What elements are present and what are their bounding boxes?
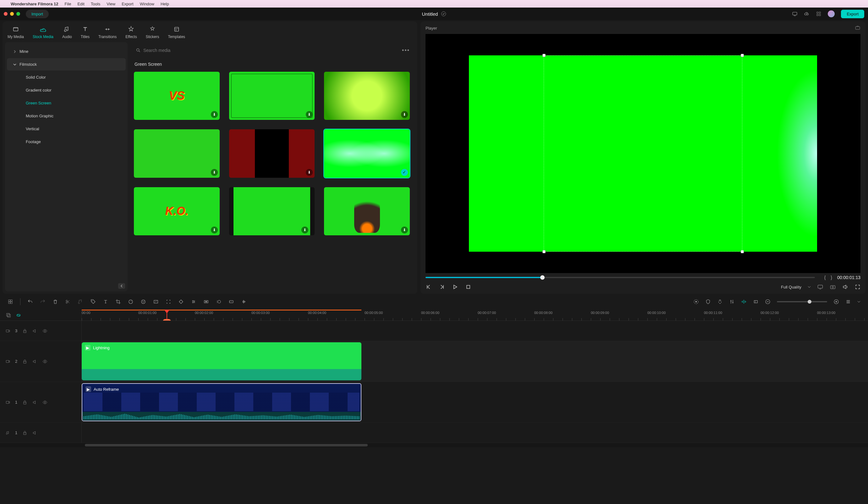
- more-options-button[interactable]: •••: [402, 47, 410, 54]
- shield-icon[interactable]: [705, 299, 711, 304]
- download-icon[interactable]: ⬇: [306, 169, 313, 176]
- mute-icon[interactable]: [32, 329, 38, 333]
- display-icon[interactable]: [792, 11, 798, 17]
- audio-waveform-icon[interactable]: [241, 299, 247, 304]
- volume-icon[interactable]: [842, 284, 848, 290]
- mask-tool-icon[interactable]: [203, 299, 209, 304]
- sidebar-collapse-button[interactable]: [118, 283, 125, 289]
- user-avatar[interactable]: [828, 10, 835, 17]
- player-viewport[interactable]: [425, 34, 860, 273]
- track-size-icon[interactable]: [845, 299, 851, 304]
- sidebar-mine[interactable]: Mine: [7, 45, 126, 58]
- media-thumb[interactable]: ⬇: [229, 72, 315, 120]
- sidebar-vertical[interactable]: Vertical: [7, 123, 126, 135]
- player-progress[interactable]: { } 00:00:01:13: [425, 273, 860, 282]
- maximize-window[interactable]: [16, 12, 20, 16]
- sidebar-gradient-color[interactable]: Gradient color: [7, 84, 126, 96]
- crop-icon[interactable]: [115, 299, 121, 304]
- mute-icon[interactable]: [32, 400, 38, 405]
- playhead-marker[interactable]: [164, 310, 169, 314]
- download-icon[interactable]: ⬇: [211, 169, 218, 176]
- guide-handle[interactable]: [542, 54, 546, 57]
- download-icon[interactable]: ⬇: [401, 226, 408, 233]
- export-button[interactable]: Export: [841, 10, 864, 18]
- tab-templates[interactable]: Templates: [168, 26, 185, 39]
- download-icon[interactable]: ⬇: [211, 226, 218, 233]
- voiceover-icon[interactable]: [717, 299, 723, 304]
- keyframe-icon[interactable]: [178, 299, 184, 304]
- download-icon[interactable]: ⬇: [401, 111, 408, 118]
- lock-icon[interactable]: [22, 359, 27, 364]
- player-canvas[interactable]: [469, 56, 817, 252]
- tab-stock-media[interactable]: Stock Media: [33, 26, 53, 39]
- zoom-slider[interactable]: [777, 301, 827, 302]
- mute-icon[interactable]: [32, 430, 38, 435]
- markers-icon[interactable]: [753, 299, 758, 304]
- tab-titles[interactable]: Titles: [81, 26, 90, 39]
- add-track-icon[interactable]: [6, 312, 11, 318]
- media-thumb[interactable]: ⬇: [324, 72, 410, 120]
- tab-my-media[interactable]: My Media: [8, 26, 24, 39]
- auto-ripple-icon[interactable]: [741, 299, 747, 304]
- search-input[interactable]: [134, 46, 201, 55]
- mark-in-icon[interactable]: {: [824, 275, 826, 280]
- minimize-window[interactable]: [10, 12, 14, 16]
- snapshot-icon[interactable]: [830, 284, 836, 290]
- audio-mixer-icon[interactable]: [729, 299, 735, 304]
- guide-handle[interactable]: [542, 250, 546, 253]
- zoom-in-icon[interactable]: [834, 299, 839, 304]
- visibility-icon[interactable]: [42, 400, 48, 405]
- media-thumb[interactable]: ⬇: [229, 187, 315, 235]
- layout-icon[interactable]: [8, 299, 13, 304]
- timeline-ruler[interactable]: 00:0000:00:01:0000:00:02:0000:00:03:0000…: [82, 310, 868, 321]
- zoom-out-icon[interactable]: [765, 299, 771, 304]
- external-display-icon[interactable]: [817, 284, 823, 290]
- tab-effects[interactable]: Effects: [125, 26, 137, 39]
- lock-icon[interactable]: [22, 329, 27, 333]
- adjust-icon[interactable]: [191, 299, 196, 304]
- undo-icon[interactable]: [27, 299, 33, 304]
- media-thumb[interactable]: ⬇: [229, 129, 315, 178]
- tag-icon[interactable]: [90, 299, 96, 304]
- apps-grid-icon[interactable]: [816, 11, 822, 17]
- media-thumb-selected[interactable]: ✓: [324, 129, 410, 178]
- speed-icon[interactable]: [128, 299, 134, 304]
- lock-icon[interactable]: [22, 430, 27, 435]
- visibility-icon[interactable]: [42, 359, 48, 364]
- stop-button[interactable]: [465, 284, 472, 290]
- delete-icon[interactable]: [52, 299, 58, 304]
- guide-handle[interactable]: [741, 250, 744, 253]
- download-icon[interactable]: ⬇: [301, 226, 308, 233]
- media-thumb[interactable]: ⬇: [134, 187, 220, 235]
- media-thumb[interactable]: ⬇: [134, 129, 220, 178]
- close-window[interactable]: [4, 12, 8, 16]
- media-thumb[interactable]: ⬇: [324, 187, 410, 235]
- timeline-scrollbar[interactable]: [0, 443, 868, 447]
- chevron-down-icon[interactable]: [857, 300, 860, 303]
- render-icon[interactable]: [693, 299, 699, 304]
- sidebar-filmstock[interactable]: Filmstock: [7, 58, 126, 70]
- playback-quality[interactable]: Full Quality: [781, 285, 802, 290]
- visibility-icon[interactable]: [42, 329, 48, 333]
- split-icon[interactable]: [65, 299, 71, 304]
- caption-icon[interactable]: [228, 299, 234, 304]
- sidebar-green-screen[interactable]: Green Screen: [7, 97, 126, 109]
- menu-tools[interactable]: Tools: [91, 2, 100, 6]
- menu-file[interactable]: File: [64, 2, 71, 6]
- menu-view[interactable]: View: [106, 2, 115, 6]
- clip-auto-reframe[interactable]: ▶Auto Reframe: [82, 383, 361, 421]
- prev-frame-button[interactable]: [425, 284, 432, 290]
- next-frame-button[interactable]: [439, 284, 445, 290]
- snapshot-settings-icon[interactable]: [855, 25, 860, 31]
- redo-icon[interactable]: [40, 299, 45, 304]
- mark-out-icon[interactable]: }: [830, 275, 832, 280]
- fullscreen-icon[interactable]: [855, 284, 860, 290]
- sidebar-solid-color[interactable]: Solid Color: [7, 71, 126, 83]
- clip-lightning[interactable]: ▶Lightning: [82, 342, 361, 380]
- tab-stickers[interactable]: Stickers: [146, 26, 159, 39]
- focus-icon[interactable]: [166, 299, 171, 304]
- menu-export[interactable]: Export: [122, 2, 134, 6]
- tab-audio[interactable]: Audio: [62, 26, 72, 39]
- lock-icon[interactable]: [22, 400, 27, 405]
- menu-window[interactable]: Window: [140, 2, 154, 6]
